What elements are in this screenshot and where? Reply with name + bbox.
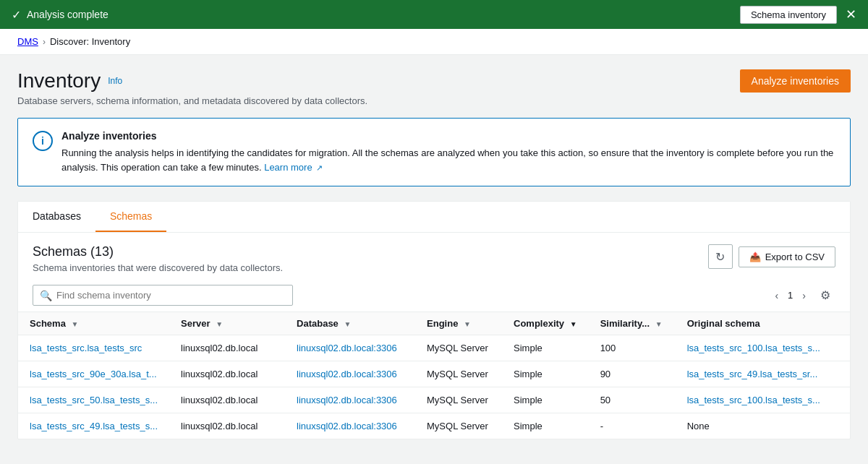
cell-similarity: 50 bbox=[589, 387, 676, 413]
refresh-button[interactable]: ↻ bbox=[708, 244, 733, 269]
content-card: Databases Schemas Schemas (13) Schema in… bbox=[17, 201, 851, 439]
page-title: Inventory bbox=[17, 69, 101, 93]
info-icon: i bbox=[33, 131, 53, 151]
refresh-icon: ↻ bbox=[715, 250, 725, 264]
info-box-content: Analyze inventories Running the analysis… bbox=[61, 130, 835, 174]
table-subtitle: Schema inventories that were discovered … bbox=[33, 262, 283, 273]
cell-complexity: Simple bbox=[502, 335, 589, 361]
cell-database: linuxsql02.db.local:3306 bbox=[285, 413, 415, 439]
main-content: Inventory Info Database servers, schema … bbox=[0, 55, 868, 461]
col-header-original: Original schema bbox=[676, 312, 850, 335]
sort-icon-complexity: ▼ bbox=[570, 320, 577, 328]
original-schema-link[interactable]: lsa_tests_src_49.lsa_tests_sr... bbox=[687, 369, 818, 379]
cell-similarity: - bbox=[589, 413, 676, 439]
tab-databases[interactable]: Databases bbox=[18, 202, 95, 232]
cell-schema: lsa_tests_src.lsa_tests_src bbox=[18, 335, 169, 361]
info-box-text: Running the analysis helps in identifyin… bbox=[61, 146, 835, 174]
cell-engine: MySQL Server bbox=[415, 413, 502, 439]
info-box-body: Running the analysis helps in identifyin… bbox=[61, 147, 833, 173]
close-button[interactable]: ✕ bbox=[846, 8, 856, 21]
tab-schemas[interactable]: Schemas bbox=[95, 202, 166, 232]
col-header-database[interactable]: Database ▼ bbox=[285, 312, 415, 335]
export-label: Export to CSV bbox=[765, 252, 825, 262]
top-bar: ✓ Analysis complete Schema inventory ✕ bbox=[0, 0, 868, 29]
pagination-controls: ‹ 1 › ⚙ bbox=[770, 285, 835, 306]
cell-server: linuxsql02.db.local bbox=[169, 413, 285, 439]
cell-database: linuxsql02.db.local:3306 bbox=[285, 361, 415, 387]
page-number: 1 bbox=[788, 290, 793, 301]
col-header-similarity[interactable]: Similarity... ▼ bbox=[589, 312, 676, 335]
table-title: Schemas (13) bbox=[33, 244, 283, 259]
cell-engine: MySQL Server bbox=[415, 387, 502, 413]
schema-link[interactable]: lsa_tests_src.lsa_tests_src bbox=[30, 343, 142, 353]
table-header-row: Schema ▼ Server ▼ Database ▼ Engine bbox=[18, 312, 850, 335]
table-actions: ↻ 📤 Export to CSV bbox=[708, 244, 835, 269]
col-header-complexity[interactable]: Complexity ▼ bbox=[502, 312, 589, 335]
col-header-schema[interactable]: Schema ▼ bbox=[18, 312, 169, 335]
cell-database: linuxsql02.db.local:3306 bbox=[285, 335, 415, 361]
cell-engine: MySQL Server bbox=[415, 335, 502, 361]
schema-inventory-button[interactable]: Schema inventory bbox=[740, 6, 837, 24]
cell-original: lsa_tests_src_100.lsa_tests_s... bbox=[676, 335, 850, 361]
page-subtitle: Database servers, schema information, an… bbox=[17, 95, 367, 106]
data-table: Schema ▼ Server ▼ Database ▼ Engine bbox=[18, 312, 850, 439]
status-text: Analysis complete bbox=[27, 9, 109, 20]
sort-icon-engine: ▼ bbox=[464, 320, 471, 328]
cell-complexity: Simple bbox=[502, 361, 589, 387]
cell-complexity: Simple bbox=[502, 413, 589, 439]
schema-link[interactable]: lsa_tests_src_50.lsa_tests_s... bbox=[30, 395, 158, 405]
breadcrumb-current: Discover: Inventory bbox=[50, 36, 130, 47]
page-title-row: Inventory Info bbox=[17, 69, 367, 93]
breadcrumb-parent[interactable]: DMS bbox=[17, 36, 38, 47]
learn-more-link[interactable]: Learn more ↗ bbox=[264, 162, 323, 173]
search-icon: 🔍 bbox=[40, 290, 52, 301]
sort-icon-similarity: ▼ bbox=[655, 320, 663, 328]
search-input[interactable] bbox=[33, 285, 293, 306]
search-wrap: 🔍 bbox=[33, 285, 293, 306]
sort-icon-schema: ▼ bbox=[72, 320, 79, 328]
top-bar-actions: Schema inventory ✕ bbox=[740, 6, 856, 24]
schema-link[interactable]: lsa_tests_src_90e_30a.lsa_t... bbox=[30, 369, 157, 379]
info-box-title: Analyze inventories bbox=[61, 130, 835, 142]
export-button[interactable]: 📤 Export to CSV bbox=[739, 246, 835, 267]
breadcrumb-separator: › bbox=[43, 37, 46, 47]
search-row: 🔍 ‹ 1 › ⚙ bbox=[18, 279, 850, 312]
export-icon: 📤 bbox=[749, 252, 761, 262]
cell-schema: lsa_tests_src_49.lsa_tests_s... bbox=[18, 413, 169, 439]
info-badge[interactable]: Info bbox=[108, 76, 122, 86]
check-icon: ✓ bbox=[12, 8, 21, 22]
database-link[interactable]: linuxsql02.db.local:3306 bbox=[297, 421, 397, 431]
prev-page-button[interactable]: ‹ bbox=[770, 286, 783, 305]
breadcrumb: DMS › Discover: Inventory bbox=[0, 29, 868, 55]
table-header: Schemas (13) Schema inventories that wer… bbox=[18, 233, 850, 279]
col-header-server[interactable]: Server ▼ bbox=[169, 312, 285, 335]
cell-engine: MySQL Server bbox=[415, 361, 502, 387]
database-link[interactable]: linuxsql02.db.local:3306 bbox=[297, 343, 397, 353]
table-row: lsa_tests_src_50.lsa_tests_s... linuxsql… bbox=[18, 387, 850, 413]
page-title-section: Inventory Info Database servers, schema … bbox=[17, 69, 367, 106]
database-link[interactable]: linuxsql02.db.local:3306 bbox=[297, 395, 397, 405]
info-box: i Analyze inventories Running the analys… bbox=[17, 118, 851, 186]
table-row: lsa_tests_src_90e_30a.lsa_t... linuxsql0… bbox=[18, 361, 850, 387]
analyze-inventories-button[interactable]: Analyze inventories bbox=[740, 69, 851, 93]
schema-link[interactable]: lsa_tests_src_49.lsa_tests_s... bbox=[30, 421, 158, 431]
table-row: lsa_tests_src.lsa_tests_src linuxsql02.d… bbox=[18, 335, 850, 361]
database-link[interactable]: linuxsql02.db.local:3306 bbox=[297, 369, 397, 379]
status-message: ✓ Analysis complete bbox=[12, 8, 109, 22]
cell-schema: lsa_tests_src_50.lsa_tests_s... bbox=[18, 387, 169, 413]
cell-complexity: Simple bbox=[502, 387, 589, 413]
cell-server: linuxsql02.db.local bbox=[169, 361, 285, 387]
page-header: Inventory Info Database servers, schema … bbox=[17, 69, 851, 106]
table-row: lsa_tests_src_49.lsa_tests_s... linuxsql… bbox=[18, 413, 850, 439]
original-schema-link[interactable]: lsa_tests_src_100.lsa_tests_s... bbox=[687, 395, 820, 405]
col-header-engine[interactable]: Engine ▼ bbox=[415, 312, 502, 335]
table-title-section: Schemas (13) Schema inventories that wer… bbox=[33, 244, 283, 273]
tabs-container: Databases Schemas bbox=[18, 202, 850, 233]
next-page-button[interactable]: › bbox=[797, 286, 811, 305]
cell-original: None bbox=[676, 413, 850, 439]
cell-similarity: 100 bbox=[589, 335, 676, 361]
table-settings-button[interactable]: ⚙ bbox=[815, 285, 835, 306]
cell-server: linuxsql02.db.local bbox=[169, 335, 285, 361]
original-schema-link[interactable]: lsa_tests_src_100.lsa_tests_s... bbox=[687, 343, 820, 353]
cell-server: linuxsql02.db.local bbox=[169, 387, 285, 413]
